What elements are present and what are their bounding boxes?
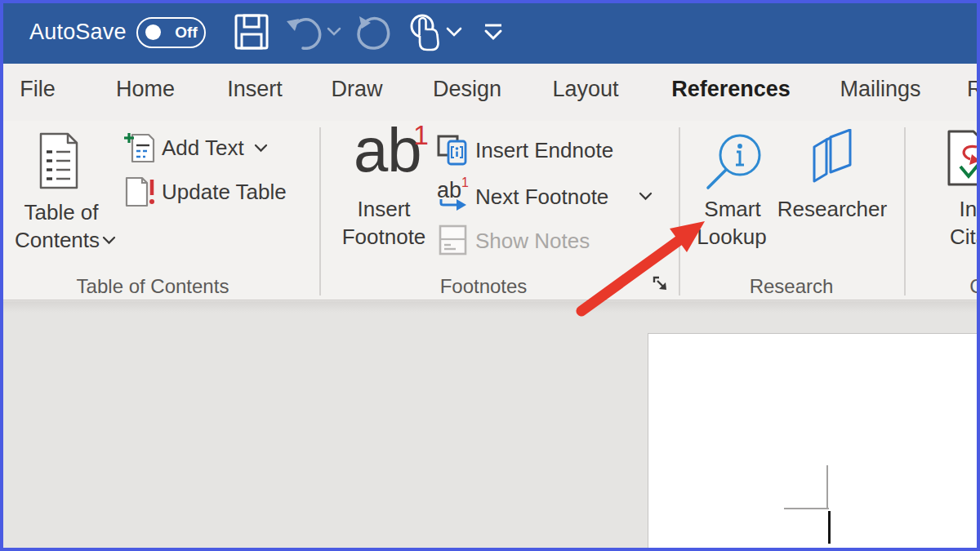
next-footnote-button[interactable]: ab 1 Next Footnote	[434, 176, 655, 214]
svg-text:1: 1	[461, 176, 469, 189]
redo-button	[353, 0, 394, 64]
insert-footnote-button[interactable]: ab 1 Insert Footnote	[327, 122, 441, 263]
table-of-contents-label-line1: Table of	[24, 199, 98, 225]
tab-home[interactable]: Home	[116, 64, 175, 114]
table-of-contents-label-line2: Contents	[15, 227, 100, 253]
undo-menu-chevron	[325, 0, 343, 64]
group-label-footnotes: Footnotes	[440, 274, 528, 299]
autosave-state: Off	[171, 19, 202, 46]
add-text-label: Add Text	[162, 135, 244, 161]
show-notes-icon	[438, 224, 469, 256]
smart-lookup-label-line1: Smart	[704, 196, 760, 222]
show-notes-button: Show Notes	[434, 222, 606, 258]
tab-references[interactable]: References	[671, 64, 791, 114]
svg-text:ab: ab	[437, 178, 461, 202]
smart-lookup-icon	[701, 127, 774, 198]
dialog-launcher-icon	[652, 275, 670, 293]
insert-endnote-label: Insert Endnote	[475, 137, 613, 163]
touch-mode-icon	[407, 11, 444, 53]
group-separator	[904, 127, 906, 295]
chevron-down-icon	[102, 236, 116, 245]
customize-qat-button[interactable]	[479, 0, 508, 64]
ribbon-tab-row: File Home Insert Draw Design Layout Refe…	[0, 64, 980, 121]
footnotes-dialog-launcher[interactable]	[652, 275, 673, 296]
tab-review-partial[interactable]: Review	[967, 64, 980, 114]
update-table-button[interactable]: Update Table	[121, 173, 301, 211]
insert-endnote-button[interactable]: Insert Endnote	[434, 132, 630, 168]
ribbon-references: Table of Contents Add Text	[0, 121, 980, 300]
customize-qat-icon	[481, 20, 506, 44]
next-footnote-label: Next Footnote	[475, 184, 608, 210]
group-separator	[319, 127, 321, 295]
researcher-label: Researcher	[777, 196, 887, 222]
group-label-table-of-contents: Table of Contents	[77, 274, 229, 299]
table-of-contents-button[interactable]: Table of Contents	[10, 124, 116, 263]
margin-corner-mark-vertical	[826, 465, 828, 509]
table-of-contents-icon	[38, 132, 80, 189]
insert-footnote-icon: ab 1	[354, 124, 429, 194]
update-table-icon	[122, 175, 157, 209]
researcher-button[interactable]: Researcher	[777, 122, 887, 237]
chevron-down-icon	[639, 192, 653, 201]
tab-insert[interactable]: Insert	[227, 64, 283, 114]
insert-citation-icon	[946, 129, 980, 191]
tab-file[interactable]: File	[20, 64, 56, 114]
smart-lookup-label-line2: Lookup	[697, 224, 766, 250]
autosave-label: AutoSave	[29, 0, 127, 64]
touch-mouse-mode-button[interactable]	[405, 0, 446, 64]
title-bar: AutoSave Off	[0, 0, 980, 64]
tab-mailings[interactable]: Mailings	[840, 64, 920, 114]
insert-citation-label-line2: Citation	[950, 224, 980, 250]
tab-design[interactable]: Design	[433, 64, 501, 114]
show-notes-label: Show Notes	[475, 228, 590, 254]
next-footnote-icon: ab 1	[436, 176, 474, 212]
researcher-icon	[806, 129, 860, 194]
insert-endnote-icon	[436, 134, 470, 167]
insert-citation-label-line1: Insert	[959, 196, 980, 222]
ribbon-shadow	[0, 301, 980, 313]
save-button[interactable]	[232, 0, 271, 64]
undo-button	[284, 0, 325, 64]
add-text-button[interactable]: Add Text	[121, 129, 276, 167]
word-window: AutoSave Off	[0, 0, 980, 551]
add-text-icon	[122, 131, 157, 165]
text-cursor	[828, 511, 831, 544]
chevron-down-icon	[254, 144, 268, 153]
touch-mode-chevron[interactable]	[444, 0, 464, 64]
tab-layout[interactable]: Layout	[552, 64, 618, 114]
chevron-down-icon	[327, 27, 341, 37]
tab-draw[interactable]: Draw	[331, 64, 382, 114]
autosave-toggle-knob	[145, 24, 161, 40]
chevron-down-icon	[446, 27, 462, 38]
document-page[interactable]	[648, 333, 980, 551]
insert-footnote-label-line1: Insert	[357, 196, 410, 222]
save-icon	[234, 13, 270, 51]
insert-citation-button[interactable]: Insert Citation	[939, 122, 980, 263]
insert-footnote-label-line2: Footnote	[342, 224, 426, 250]
group-separator	[679, 127, 680, 295]
undo-icon	[285, 14, 324, 50]
group-label-citations-partial: C	[969, 274, 980, 299]
group-label-research: Research	[750, 274, 834, 299]
update-table-label: Update Table	[162, 179, 287, 205]
smart-lookup-button[interactable]: Smart Lookup	[693, 122, 774, 263]
margin-corner-mark-horizontal	[784, 508, 829, 509]
autosave-toggle[interactable]: Off	[136, 17, 206, 48]
redo-icon	[354, 14, 392, 50]
